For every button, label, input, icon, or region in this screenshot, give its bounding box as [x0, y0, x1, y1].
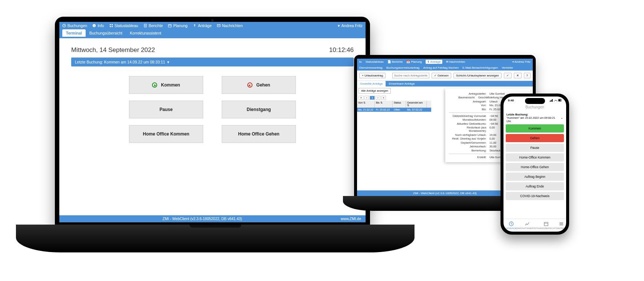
add-urlaubsantrag-button[interactable]: + Urlaubsantrag — [359, 73, 386, 78]
user-menu[interactable]: ▾ Andrea Fritz — [338, 23, 363, 28]
sub-nav: Terminal Buchungsübersicht Korrekturassi… — [59, 29, 366, 38]
phone-tab-weitere[interactable]: WEITERE — [556, 221, 566, 229]
tab-korrekturassistent[interactable]: Korrekturassistent — [126, 29, 165, 37]
home-office-gehen-button[interactable]: Home Office Gehen — [222, 125, 296, 143]
pager-next[interactable]: » — [381, 96, 386, 100]
detail-key: Geplant/Genommen: — [449, 141, 489, 144]
date-bar: Mittwoch, 14 September 2022 10:12:46 — [71, 46, 354, 54]
th-bis[interactable]: Bis ⇅ — [375, 101, 393, 108]
phone-tab-tagesuebersicht[interactable]: TAGESÜBERSICHT — [536, 221, 556, 229]
svg-rect-5 — [110, 26, 111, 27]
calendar-icon — [544, 221, 549, 226]
request-tabs: Gestellte Anträge Einsehbare Anträge — [357, 81, 533, 86]
pause-button[interactable]: Pause — [129, 101, 203, 118]
info-icon: i — [92, 24, 96, 27]
detail-key: Bemerkung: — [449, 149, 489, 152]
svg-rect-7 — [144, 24, 146, 27]
cell-status: Offen — [393, 108, 406, 112]
kommen-button[interactable]: Kommen — [129, 76, 203, 94]
tab-einsehbare[interactable]: Einsehbare Anträge — [386, 81, 417, 86]
nav-planung[interactable]: Planung — [168, 23, 188, 28]
cell-von: Mo. 21.02.22 — [357, 108, 375, 112]
planner-button[interactable]: Schicht-/Urlaubsplaner anzeigen — [453, 73, 502, 78]
user-menu-2[interactable]: ▾ Andrea Fritz — [512, 60, 531, 63]
nav-label: Anträge — [430, 60, 441, 63]
nav-berichte[interactable]: Berichte — [143, 23, 163, 28]
phone-status-icons — [550, 99, 562, 102]
phone-ho-kommen-button[interactable]: Home-Office Kommen — [506, 153, 564, 161]
footer-link[interactable]: www.ZMI.de — [341, 217, 361, 221]
request-list: Alle Anträge anzeigen « ‹ 1 › » Von ⇅ Bi… — [357, 86, 431, 190]
nav-item[interactable]: 📄 Berichte — [387, 60, 403, 63]
button-label: Kommen — [161, 82, 180, 88]
button-label: Home Office Kommen — [143, 131, 189, 137]
svg-rect-3 — [110, 24, 111, 25]
close-button[interactable]: ✕ — [514, 73, 522, 78]
nav-item[interactable]: ⬆ Anträge — [426, 60, 442, 64]
table-header: Von ⇅ Bis ⇅ Status Gesendet am ⇅ — [357, 101, 431, 108]
phone-kommen-button[interactable]: Kommen — [506, 124, 564, 133]
th-von[interactable]: Von ⇅ — [357, 101, 375, 108]
th-status[interactable]: Status — [393, 101, 406, 108]
table-row[interactable]: Mo. 21.02.22 Fr. 25.02.22 Offen Mo. 07.0… — [357, 108, 431, 112]
tab-buchungsuebersicht[interactable]: Buchungsübersicht — [86, 29, 126, 37]
chevron-down-icon: ⌄ — [561, 116, 563, 120]
show-all-button[interactable]: Alle Anträge anzeigen — [359, 88, 391, 94]
phone-tab-monatswerte[interactable]: MONATSWERTE — [519, 221, 536, 229]
caret-down-icon: ▾ — [167, 60, 169, 64]
gehen-button[interactable]: Gehen — [222, 76, 296, 94]
nav-item[interactable]: Statustableau — [366, 60, 384, 63]
nav-statustableau[interactable]: Statustableau — [109, 23, 138, 28]
subnav-item[interactable]: Dienstreiseantrag — [359, 66, 383, 69]
subnav-item[interactable]: Antrag auf Fehltag löschen — [423, 66, 459, 69]
phone-ho-gehen-button[interactable]: Home-Office Gehen — [506, 163, 564, 171]
phone-pause-button[interactable]: Pause — [506, 144, 564, 152]
subnav-item[interactable]: Buchungskorrekturantrag — [386, 66, 420, 69]
svg-rect-8 — [168, 24, 171, 27]
nav-buchungen[interactable]: Buchungen — [62, 23, 87, 28]
phone-auftrag-beginn-button[interactable]: Auftrag Beginn — [506, 173, 564, 181]
phone-gehen-button[interactable]: Gehen — [506, 134, 564, 142]
tab-label: MONATSWERTE — [519, 227, 536, 229]
caret-down-icon: ▾ — [338, 23, 340, 28]
button-label: Gehen — [256, 82, 270, 88]
chart-icon — [525, 221, 530, 226]
phone-tab-buchungen[interactable]: BUCHUNGEN — [504, 221, 519, 229]
subnav-item[interactable]: E-Mail-Benachrichtigungen — [462, 66, 498, 69]
dienstgang-button[interactable]: Dienstgang — [222, 101, 296, 118]
phone-covid-button[interactable]: COVID-19-Nachweis — [506, 192, 564, 200]
th-gesendet[interactable]: Gesendet am ⇅ — [406, 101, 427, 108]
nav-nachrichten[interactable]: Nachrichten — [217, 23, 243, 28]
detail-key: Antragsart: — [449, 100, 489, 103]
detail-key: Jahresurlaub: — [449, 145, 489, 148]
nav-item[interactable]: 📅 Planung — [406, 60, 422, 63]
last-booking-bar[interactable]: Letzte Buchung: Kommen am 14.09.22 um 08… — [71, 58, 354, 66]
tab-terminal[interactable]: Terminal — [62, 29, 86, 37]
action-button-grid: Kommen Gehen Pause Dienstgang Home Offic… — [71, 76, 354, 143]
phone-last-booking[interactable]: Letzte Buchung: "Kommen" am 15.02.2022 u… — [503, 111, 566, 124]
user-name: Andrea Fritz — [341, 23, 363, 28]
nav-item[interactable]: ✉ Nachrichten — [446, 60, 465, 63]
tab-label: BUCHUNGEN — [504, 227, 519, 229]
detail-key: Resturlaub (aus Monatswerte): — [449, 126, 489, 133]
nav-info[interactable]: i Info — [92, 23, 104, 28]
svg-rect-14 — [559, 99, 561, 101]
check-button[interactable]: ✓ — [504, 73, 512, 78]
current-date: Mittwoch, 14 September 2022 — [71, 46, 155, 54]
detail-key: Baumansicht: — [449, 96, 478, 99]
search-input[interactable] — [392, 73, 429, 78]
subnav-item[interactable]: Vertreter — [502, 66, 513, 69]
nav-item[interactable]: fo — [359, 60, 362, 63]
help-button[interactable]: ? — [524, 73, 531, 78]
gelesen-button[interactable]: ✓ Gelesen — [432, 73, 451, 78]
tab-gestellte[interactable]: Gestellte Anträge — [357, 81, 386, 86]
pager-prev[interactable]: « — [359, 96, 364, 100]
pager-next1[interactable]: › — [376, 96, 380, 100]
phone-auftrag-ende-button[interactable]: Auftrag Ende — [506, 182, 564, 190]
nav-label: Nachrichten — [222, 23, 243, 28]
nav-antraege[interactable]: Anträge — [193, 23, 212, 28]
pager-prev1[interactable]: ‹ — [364, 96, 369, 100]
home-office-kommen-button[interactable]: Home Office Kommen — [129, 125, 203, 143]
button-label: Dienstgang — [247, 107, 271, 112]
laptop-front-screen: Buchungen i Info Statustableau Berichte … — [59, 22, 366, 222]
